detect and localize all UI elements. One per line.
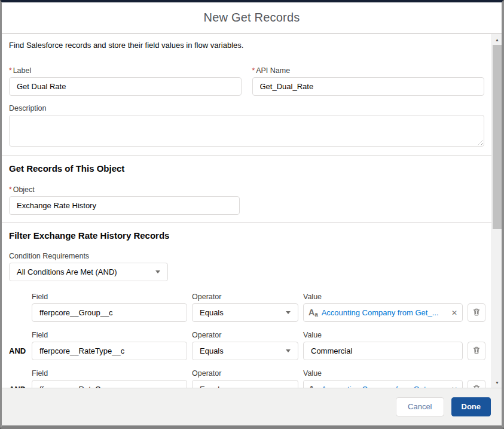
cancel-button[interactable]: Cancel (396, 397, 444, 416)
delete-cell (468, 330, 485, 360)
scrollbar-thumb[interactable] (493, 45, 502, 229)
section-divider (2, 155, 491, 156)
field-cell: Field (32, 292, 187, 322)
condition-requirements-value: All Conditions Are Met (AND) (17, 267, 117, 276)
done-button[interactable]: Done (451, 397, 491, 416)
filter-row: Field Operator Equals Value Aa Accountin… (9, 292, 484, 322)
value-resource-combobox[interactable]: Aa Accounting Currency from Get_... ✕ (303, 380, 463, 388)
chevron-down-icon (286, 311, 291, 314)
value-resource-combobox[interactable]: Aa Accounting Company from Get_... ✕ (303, 303, 463, 322)
filter-row: AND Field Operator Equals Value Aa (9, 369, 484, 388)
and-label: AND (9, 342, 27, 360)
intro-text: Find Salesforce records and store their … (9, 41, 484, 50)
modal-body: Find Salesforce records and store their … (2, 34, 502, 388)
required-asterisk: * (252, 66, 255, 75)
condition-requirements-select[interactable]: All Conditions Are Met (AND) (9, 263, 168, 281)
filter-field-input[interactable] (32, 380, 187, 388)
field-cell: Field (32, 330, 187, 360)
operator-select[interactable]: Equals (192, 342, 298, 360)
operator-value: Equals (200, 385, 224, 388)
condition-requirements-label: Condition Requirements (9, 251, 484, 261)
field-column-label: Field (32, 292, 187, 302)
and-cell: AND (9, 369, 27, 388)
required-asterisk: * (9, 185, 12, 194)
modal-body-content: Find Salesforce records and store their … (2, 34, 491, 388)
close-icon[interactable]: ✕ (451, 385, 457, 388)
value-column-label: Value (303, 292, 463, 302)
operator-value: Equals (200, 308, 224, 317)
modal-header: New Get Records (2, 2, 502, 34)
filter-field-input[interactable] (32, 342, 187, 360)
and-cell: AND (9, 330, 27, 360)
trash-icon (472, 346, 481, 357)
value-resource-link[interactable]: Accounting Company from Get_... (322, 308, 448, 317)
operator-column-label: Operator (192, 292, 298, 302)
label-input[interactable] (9, 77, 242, 96)
operator-value: Equals (200, 346, 224, 355)
value-resource-link[interactable]: Accounting Currency from Get_... (322, 385, 448, 388)
text-type-icon: Aa (308, 308, 318, 318)
description-textarea-wrap (9, 115, 484, 147)
modal-footer: Cancel Done (2, 388, 502, 425)
trash-icon (472, 308, 481, 318)
new-get-records-modal: New Get Records Find Salesforce records … (0, 0, 504, 429)
operator-cell: Operator Equals (192, 369, 298, 388)
operator-cell: Operator Equals (192, 330, 298, 360)
value-cell: Value Aa Accounting Currency from Get_..… (303, 369, 463, 388)
object-input[interactable] (9, 196, 240, 215)
close-icon[interactable]: ✕ (451, 309, 457, 317)
operator-column-label: Operator (192, 330, 298, 340)
and-label: AND (9, 380, 27, 388)
value-cell: Value Aa Accounting Company from Get_...… (303, 292, 463, 322)
delete-condition-button[interactable] (468, 380, 485, 388)
field-column-label: Field (32, 369, 187, 378)
object-section-heading: Get Records of This Object (9, 163, 484, 174)
vertical-scrollbar[interactable]: ▲ ▼ (491, 34, 502, 388)
label-apiname-row: *Label *API Name (9, 66, 484, 96)
api-name-field-label: *API Name (252, 66, 485, 75)
description-field-label: Description (9, 104, 484, 113)
operator-select[interactable]: Equals (192, 303, 298, 322)
trash-icon (472, 384, 481, 388)
filter-row: AND Field Operator Equals Value Commerci… (9, 330, 484, 360)
object-field-group: *Object (9, 185, 484, 215)
description-field-group: Description (9, 104, 484, 147)
operator-column-label: Operator (192, 369, 298, 378)
operator-cell: Operator Equals (192, 292, 298, 322)
scroll-down-button[interactable]: ▼ (492, 377, 502, 388)
description-textarea[interactable] (9, 115, 484, 147)
required-asterisk: * (9, 66, 12, 75)
chevron-down-icon (155, 270, 160, 273)
value-cell: Value Commercial (303, 330, 463, 360)
value-column-label: Value (303, 330, 463, 340)
label-field-label: *Label (9, 66, 242, 75)
scroll-up-button[interactable]: ▲ (492, 34, 502, 45)
condition-requirements-group: Condition Requirements All Conditions Ar… (9, 251, 484, 281)
api-name-input[interactable] (252, 77, 485, 96)
delete-cell (468, 369, 485, 388)
delete-condition-button[interactable] (468, 342, 485, 360)
value-column-label: Value (303, 369, 463, 378)
filter-field-input[interactable] (32, 303, 187, 322)
text-type-icon: Aa (308, 385, 318, 388)
field-column-label: Field (32, 330, 187, 340)
modal-title: New Get Records (204, 11, 300, 25)
delete-condition-button[interactable] (468, 303, 485, 322)
chevron-down-icon (286, 349, 291, 352)
delete-cell (468, 292, 485, 322)
and-cell (9, 292, 27, 322)
operator-select[interactable]: Equals (192, 380, 298, 388)
section-divider (2, 222, 491, 223)
label-field-group: *Label (9, 66, 242, 96)
filter-section-heading: Filter Exchange Rate History Records (9, 230, 484, 241)
api-name-field-group: *API Name (252, 66, 485, 96)
object-field-label: *Object (9, 185, 484, 194)
value-text-input[interactable]: Commercial (303, 342, 463, 360)
field-cell: Field (32, 369, 187, 388)
